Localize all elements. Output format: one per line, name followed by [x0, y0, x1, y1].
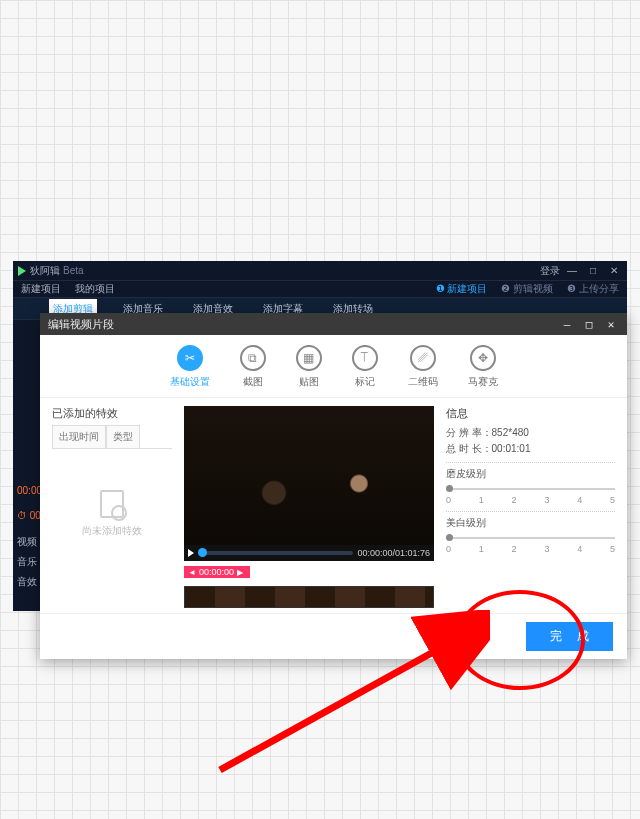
tool-qrcode[interactable]: ␥ 二维码 [408, 345, 438, 389]
modal-minimize-icon[interactable]: — [559, 318, 575, 331]
timeline-track-video: 视频 [17, 535, 37, 549]
skin-level-label: 磨皮级别 [446, 467, 615, 481]
play-icon[interactable] [188, 549, 194, 557]
modal-footer: 完 成 [40, 613, 627, 659]
minimize-icon[interactable]: — [563, 265, 581, 276]
video-preview: 00:00:00/01:01:76 00:00:00 [184, 406, 434, 613]
scissors-icon: ✂ [177, 345, 203, 371]
step-3: ❸ 上传分享 [567, 282, 619, 296]
mosaic-icon: ✥ [470, 345, 496, 371]
timeline-start: 00:00 [17, 485, 42, 496]
my-project-button[interactable]: 我的项目 [75, 282, 115, 296]
maximize-icon[interactable]: □ [584, 265, 602, 276]
edit-clip-modal: 编辑视频片段 — □ ✕ ✂ 基础设置 ⧉ 截图 ▦ 贴图 ⟙ 标记 ␥ 二维码… [40, 313, 627, 659]
qrcode-icon: ␥ [410, 345, 436, 371]
image-icon: ▦ [296, 345, 322, 371]
white-level-label: 美白级别 [446, 516, 615, 530]
info-heading: 信息 [446, 406, 615, 421]
modal-title: 编辑视频片段 [48, 317, 114, 332]
tool-sticker[interactable]: ▦ 贴图 [296, 345, 322, 389]
tool-screenshot[interactable]: ⧉ 截图 [240, 345, 266, 389]
tool-basic-settings[interactable]: ✂ 基础设置 [170, 345, 210, 389]
app-title: 狄阿辑 [30, 264, 60, 278]
effects-panel: 已添加的特效 出现时间 类型 尚未添加特效 [52, 406, 172, 613]
video-frame[interactable]: 00:00:00/01:01:76 [184, 406, 434, 561]
effects-empty-text: 尚未添加特效 [82, 524, 142, 538]
info-resolution: 852*480 [492, 427, 529, 438]
info-duration: 00:01:01 [492, 443, 531, 454]
tool-mosaic[interactable]: ✥ 马赛克 [468, 345, 498, 389]
step-2: ❷ 剪辑视频 [501, 282, 553, 296]
modal-header: 编辑视频片段 — □ ✕ [40, 313, 627, 335]
white-level-slider[interactable] [446, 534, 615, 542]
info-panel: 信息 分 辨 率：852*480 总 时 长：00:01:01 磨皮级别 0 1… [446, 406, 615, 613]
menu-row: 新建项目 我的项目 ❶ 新建项目 ❷ 剪辑视频 ❸ 上传分享 [13, 280, 627, 298]
new-project-button[interactable]: 新建项目 [21, 282, 61, 296]
close-icon[interactable]: ✕ [605, 265, 623, 276]
app-logo-icon [18, 266, 26, 276]
modal-maximize-icon[interactable]: □ [581, 318, 597, 331]
pin-icon: ⟙ [352, 345, 378, 371]
title-bar: 狄阿辑 Beta 登录 — □ ✕ [13, 261, 627, 280]
svg-line-0 [220, 640, 455, 770]
thumbnail-strip[interactable] [184, 586, 434, 608]
login-link[interactable]: 登录 [540, 264, 560, 278]
timeline-track-sfx: 音效 [17, 575, 37, 589]
seek-bar[interactable] [198, 551, 353, 555]
empty-doc-icon [100, 490, 124, 518]
skin-level-slider[interactable] [446, 485, 615, 493]
player-time: 00:00:00/01:01:76 [357, 548, 430, 558]
done-button[interactable]: 完 成 [526, 622, 613, 651]
modal-close-icon[interactable]: ✕ [603, 318, 619, 331]
clip-start-marker[interactable]: 00:00:00 [184, 566, 250, 578]
beta-badge: Beta [63, 265, 84, 276]
player-controls: 00:00:00/01:01:76 [184, 545, 434, 561]
step-1: ❶ 新建项目 [436, 282, 488, 296]
crop-icon: ⧉ [240, 345, 266, 371]
effects-tab-type[interactable]: 类型 [106, 425, 140, 448]
tool-marker[interactable]: ⟙ 标记 [352, 345, 378, 389]
timeline-track-music: 音乐 [17, 555, 37, 569]
effects-tab-time[interactable]: 出现时间 [52, 425, 106, 448]
modal-tool-row: ✂ 基础设置 ⧉ 截图 ▦ 贴图 ⟙ 标记 ␥ 二维码 ✥ 马赛克 [40, 335, 627, 398]
effects-title: 已添加的特效 [52, 406, 172, 421]
